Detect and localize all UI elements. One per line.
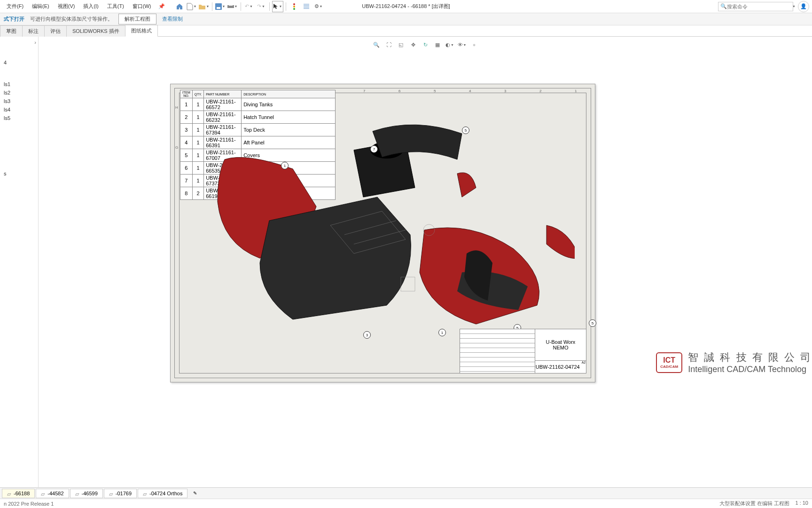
- view-orient-icon[interactable]: ▦: [432, 40, 443, 50]
- zoom-area-icon[interactable]: ⛶: [383, 40, 394, 50]
- balloon[interactable]: 5: [462, 127, 469, 134]
- feature-tree-panel: › 4 ls1 ls2 ls3 ls4 ls5 s: [0, 37, 39, 487]
- title-block-drawing-number: UBW-21162-04724 A2: [535, 361, 586, 373]
- sheet-icon: ▱: [109, 491, 114, 496]
- sheet-tab[interactable]: ▱-46599: [70, 489, 103, 498]
- tree-item[interactable]: ls3: [2, 97, 36, 105]
- zoom-fit-icon[interactable]: 🔍: [371, 40, 382, 50]
- balloon[interactable]: 5: [589, 319, 596, 327]
- sheet-tab[interactable]: ▱-04724 Orthos: [138, 489, 187, 498]
- search-box[interactable]: 🔍 ▼: [718, 2, 793, 11]
- document-title: UBW-21162-04724 - -66188 * [出详图]: [362, 3, 450, 10]
- tree-other[interactable]: s: [2, 169, 36, 178]
- command-tabs: 草图 标注 评估 SOLIDWORKS 插件 图纸格式: [0, 25, 812, 37]
- menu-tools[interactable]: 工具(T): [103, 1, 128, 12]
- tree-item[interactable]: ls2: [2, 88, 36, 97]
- balloon[interactable]: 1: [281, 162, 289, 169]
- search-dropdown-icon[interactable]: ▼: [792, 5, 796, 8]
- undo-icon[interactable]: ↶▼: [243, 1, 255, 12]
- drawing-sheet[interactable]: 12 11 10 9 8 7 6 5 4 3 2 1 H G ITEM NO. …: [170, 84, 595, 382]
- mode-label: 式下打开: [4, 16, 24, 23]
- expand-icon[interactable]: ›: [34, 40, 36, 45]
- list-icon[interactable]: [301, 1, 312, 12]
- menu-bar: 文件(F) 编辑(E) 视图(V) 插入(I) 工具(T) 窗口(W) 📌 ▼ …: [0, 0, 812, 13]
- tree-root[interactable]: 4: [2, 58, 36, 67]
- title-block-revisions: [460, 329, 535, 373]
- ruler-mark: 4: [469, 89, 471, 93]
- mode-hint: 可进行向模型实体添加尺寸等操作。: [30, 16, 113, 23]
- user-icon[interactable]: 👤: [798, 1, 809, 12]
- tab-addins[interactable]: SOLIDWORKS 插件: [66, 25, 125, 37]
- menu-file[interactable]: 文件(F): [3, 1, 27, 12]
- svg-point-5: [293, 6, 295, 8]
- tab-evaluate[interactable]: 评估: [44, 25, 67, 37]
- svg-point-4: [293, 3, 295, 5]
- add-sheet-tab[interactable]: ✎: [188, 489, 202, 497]
- exploded-view[interactable]: 1 7 5 1 3 5 5: [208, 98, 575, 343]
- pan-icon[interactable]: ✥: [408, 40, 418, 50]
- ruler-mark: 7: [363, 89, 365, 93]
- bom-header: DESCRIPTION: [242, 90, 336, 98]
- view-toolbar: 🔍 ⛶ ◱ ✥ ↻ ▦ ◐▼ 👁▼ ●: [371, 40, 479, 50]
- title-block-company: U-Boat Worx NEMO: [535, 329, 586, 361]
- sheet-icon: ▱: [75, 491, 80, 496]
- sheet-tab[interactable]: ▱-66188: [2, 489, 35, 498]
- zoom-window-icon[interactable]: ◱: [396, 40, 406, 50]
- balloon[interactable]: 7: [370, 145, 378, 153]
- display-style-icon[interactable]: ◐▼: [445, 40, 455, 50]
- print-icon[interactable]: ▼: [227, 1, 238, 12]
- traffic-icon[interactable]: [289, 1, 300, 12]
- bom-header: ITEM NO.: [180, 90, 193, 98]
- menu-edit[interactable]: 编辑(E): [28, 1, 53, 12]
- open-icon[interactable]: ▼: [198, 1, 210, 12]
- redo-icon[interactable]: ↷▼: [256, 1, 267, 12]
- select-icon[interactable]: ▼: [272, 1, 283, 12]
- ruler-mark: 6: [398, 89, 400, 93]
- ruler-mark: 1: [575, 89, 577, 93]
- svg-rect-3: [229, 4, 233, 6]
- ruler-mark: 2: [539, 89, 541, 93]
- tab-annotation[interactable]: 标注: [22, 25, 45, 37]
- tree-item[interactable]: ls1: [2, 80, 36, 88]
- tab-sketch[interactable]: 草图: [0, 25, 23, 37]
- mode-bar: 式下打开 可进行向模型实体添加尺寸等操作。 解析工程图 查看限制: [0, 13, 812, 25]
- rotate-icon[interactable]: ↻: [420, 40, 430, 50]
- sheet-tab[interactable]: ▱-44582: [36, 489, 69, 498]
- bom-header: PART NUMBER: [204, 90, 242, 98]
- status-text: 大型装配体设置 在编辑 工程图: [719, 500, 789, 507]
- ruler-mark: G: [175, 145, 178, 150]
- resolve-button[interactable]: 解析工程图: [118, 14, 156, 24]
- watermark: ICT CAD/CAM 智 誠 科 技 有 限 公 司 Intelligent …: [656, 350, 812, 374]
- sheet-icon: ▱: [143, 491, 148, 496]
- appearance-icon[interactable]: ●: [469, 40, 479, 50]
- svg-point-6: [293, 8, 295, 10]
- balloon[interactable]: 1: [438, 329, 446, 336]
- scale-text: 1 : 10: [795, 500, 808, 507]
- menu-view[interactable]: 视图(V): [54, 1, 79, 12]
- bom-header: QTY.: [192, 90, 203, 98]
- title-block[interactable]: U-Boat Worx NEMO UBW-21162-04724 A2: [460, 329, 586, 373]
- watermark-logo: ICT CAD/CAM: [656, 352, 682, 373]
- sheet-tab[interactable]: ▱-01769: [104, 489, 137, 498]
- tab-sheet-format[interactable]: 图纸格式: [125, 25, 158, 37]
- drawing-canvas[interactable]: 🔍 ⛶ ◱ ✥ ↻ ▦ ◐▼ 👁▼ ● 12 11 10 9 8 7 6 5 4…: [39, 37, 812, 487]
- save-icon[interactable]: ▼: [215, 1, 226, 12]
- ruler-mark: 3: [504, 89, 506, 93]
- new-icon[interactable]: ▼: [186, 1, 197, 12]
- balloon[interactable]: 3: [363, 331, 371, 339]
- menu-window[interactable]: 窗口(W): [129, 1, 155, 12]
- view-limits-link[interactable]: 查看限制: [162, 16, 183, 23]
- pin-icon[interactable]: 📌: [156, 1, 167, 12]
- settings-icon[interactable]: ⚙▼: [313, 1, 324, 12]
- status-bar: n 2022 Pre Release 1 大型装配体设置 在编辑 工程图 1 :…: [0, 499, 812, 508]
- tree-item[interactable]: ls4: [2, 105, 36, 114]
- hide-show-icon[interactable]: 👁▼: [457, 40, 467, 50]
- sheet-icon: ▱: [41, 491, 46, 496]
- search-input[interactable]: [727, 4, 792, 9]
- menu-insert[interactable]: 插入(I): [79, 1, 102, 12]
- home-icon[interactable]: [174, 1, 185, 12]
- svg-rect-1: [217, 7, 220, 9]
- sheet-icon: ▱: [7, 491, 12, 496]
- ruler-mark: H: [175, 105, 178, 110]
- tree-item[interactable]: ls5: [2, 114, 36, 122]
